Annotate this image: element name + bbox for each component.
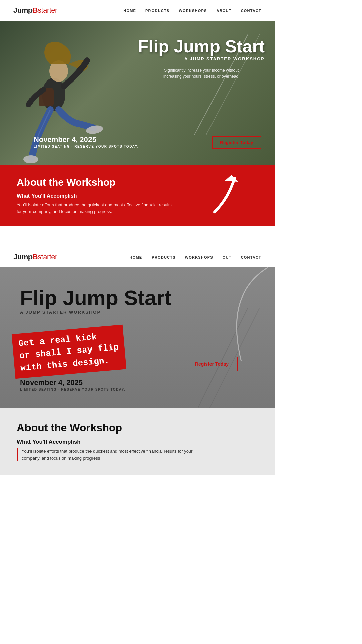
- about-title-2: About the Workshop: [17, 422, 258, 434]
- hero-seating-text: LIMITED SEATING - RESERVE YOUR SPOTS TOD…: [34, 145, 139, 148]
- logo-jump-text: Jump: [13, 6, 33, 14]
- svg-point-6: [23, 155, 38, 163]
- navbar-1: JumpBstarter HOME PRODUCTS WORKSHOPS ABO…: [0, 0, 275, 21]
- hero-section-1: Flip Jump Start A JUMP STARTER WORKSHOP …: [0, 21, 275, 165]
- hero2-register-button[interactable]: Register Today: [186, 357, 238, 371]
- site2-wrapper: JumpBstarter HOME PRODUCTS WORKSHOPS OUT…: [0, 247, 275, 475]
- logo2-b-text: B: [33, 253, 38, 261]
- logo-2[interactable]: JumpBstarter: [13, 253, 57, 261]
- about-section-2: About the Workshop What You'll Accomplis…: [0, 408, 275, 475]
- nav2-item-products[interactable]: PRODUCTS: [152, 254, 175, 260]
- logo-starter-text: starter: [38, 6, 57, 14]
- nav-item-contact[interactable]: CONTACT: [241, 7, 261, 13]
- about-section-1: About the Workshop What You'll Accomplis…: [0, 165, 275, 226]
- logo2-jump-text: Jump: [13, 253, 33, 261]
- hero2-bottom-info: November 4, 2025 LIMITED SEATING - RESER…: [20, 378, 125, 391]
- hero-title: Flip Jump Start: [138, 38, 265, 55]
- nav-item-products[interactable]: PRODUCTS: [145, 7, 169, 13]
- site1-wrapper: JumpBstarter HOME PRODUCTS WORKSHOPS ABO…: [0, 0, 275, 226]
- about-title-1: About the Workshop: [17, 177, 162, 188]
- nav-item-about[interactable]: ABOUT: [217, 7, 232, 13]
- hero2-subtitle: A JUMP STARTER WORKSHOP: [20, 310, 171, 315]
- hero-subtitle: A JUMP STARTER WORKSHOP: [138, 56, 265, 61]
- logo2-starter-text: starter: [38, 253, 57, 261]
- hero2-text-content: Flip Jump Start A JUMP STARTER WORKSHOP: [20, 287, 171, 315]
- nav-item-home[interactable]: HOME: [123, 7, 136, 13]
- logo-b-text: B: [33, 6, 38, 14]
- nav-links-1: HOME PRODUCTS WORKSHOPS ABOUT CONTACT: [123, 7, 261, 13]
- nav-item-workshops[interactable]: WORKSHOPS: [179, 7, 207, 13]
- nav2-item-workshops[interactable]: WORKSHOPS: [185, 254, 213, 260]
- hero-register-button[interactable]: Register Today: [212, 136, 261, 149]
- navbar-2: JumpBstarter HOME PRODUCTS WORKSHOPS OUT…: [0, 247, 275, 267]
- about-description-1: You'll isolate efforts that produce the …: [17, 202, 174, 215]
- hero2-date: November 4, 2025: [20, 378, 125, 387]
- nav2-item-home[interactable]: HOME: [130, 254, 142, 260]
- hero-bottom-info: November 4, 2025 LIMITED SEATING - RESER…: [34, 135, 139, 148]
- hero-section-2: Flip Jump Start A JUMP STARTER WORKSHOP …: [0, 267, 275, 408]
- nav-links-2: HOME PRODUCTS WORKSHOPS OUT CONTACT: [130, 254, 261, 260]
- hero2-seating-text: LIMITED SEATING - RESERVE YOUR SPOTS TOD…: [20, 388, 125, 391]
- hero2-curve-decoration: [174, 267, 275, 361]
- hero-date: November 4, 2025: [34, 135, 139, 144]
- about-accomplish-2: What You'll Accomplish: [17, 439, 258, 445]
- hero2-title: Flip Jump Start: [20, 287, 171, 308]
- hero-description: Significantly increase your income witho…: [138, 67, 265, 79]
- nav2-item-contact[interactable]: CONTACT: [241, 254, 261, 260]
- hero-text-content: Flip Jump Start A JUMP STARTER WORKSHOP …: [138, 38, 265, 79]
- about-arrow-icon: [208, 172, 255, 219]
- nav2-item-out[interactable]: OUT: [223, 254, 232, 260]
- logo-1[interactable]: JumpBstarter: [13, 6, 57, 15]
- screenshot-divider: [0, 226, 275, 247]
- about-description-2: You'll isolate efforts that produce the …: [17, 448, 198, 461]
